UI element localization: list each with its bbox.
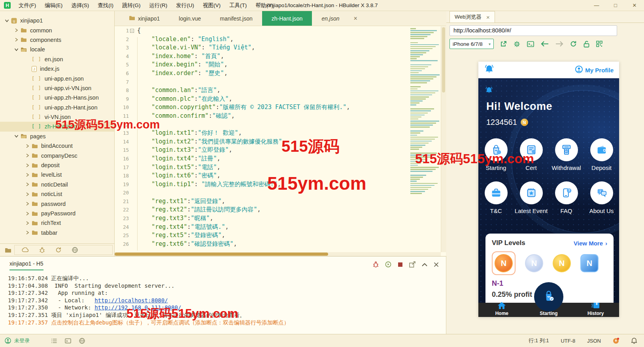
line-number[interactable]: 15 — [115, 146, 129, 155]
line-number[interactable]: 26 — [115, 240, 129, 249]
console-collapse-icon[interactable] — [422, 263, 427, 266]
tree-item-noticList[interactable]: noticList — [0, 189, 114, 199]
vip-badge-selected-box[interactable]: N — [492, 251, 516, 275]
chevron-right-icon[interactable] — [25, 230, 30, 235]
line-number[interactable]: 21 — [115, 197, 129, 206]
code-line[interactable]: 1−{ — [115, 26, 446, 35]
refresh-icon[interactable] — [55, 247, 62, 253]
minimap[interactable] — [410, 28, 440, 197]
browser-tab[interactable]: Web浏览器 × — [449, 11, 495, 23]
code-line[interactable]: 2 "locale.en": "English", — [115, 35, 446, 44]
quick-action-FAQ[interactable]: ?FAQ — [549, 181, 584, 214]
popout-icon[interactable] — [500, 41, 507, 47]
editor-tab-zh-Hant-json[interactable]: zh-Hant.json — [262, 11, 312, 26]
notification-bell-icon[interactable] — [631, 338, 637, 344]
my-profile-button[interactable]: My Profile — [575, 66, 614, 74]
line-number[interactable]: 9 — [115, 95, 129, 104]
line-number[interactable]: 2 — [115, 35, 129, 44]
line-number[interactable]: 6 — [115, 69, 129, 78]
line-number[interactable]: 4 — [115, 52, 129, 61]
code-line[interactable]: 22 "reg.txt2":"請註冊以訪問更多內容", — [115, 206, 446, 214]
editor-tab-xinjiapo1[interactable]: xinjiapo1 — [119, 11, 169, 26]
console-icon[interactable] — [527, 41, 534, 47]
tree-item-index-js[interactable]: Jindex.js — [0, 64, 114, 74]
line-number[interactable]: 25 — [115, 231, 129, 240]
chevron-down-icon[interactable] — [4, 19, 10, 23]
tree-item-payPassword[interactable]: payPassword — [0, 209, 114, 218]
encoding[interactable]: UTF-8 — [561, 338, 575, 344]
tree-item-richText[interactable]: richText — [0, 218, 114, 228]
minimize-button[interactable]: — — [587, 0, 606, 11]
tree-item-uni-app-zh-Hans-json[interactable]: [ ]uni-app.zh-Hans.json — [0, 93, 114, 102]
line-number[interactable]: 18 — [115, 172, 129, 180]
code-line[interactable]: 7 — [115, 78, 446, 87]
code-line[interactable]: 10 "common.copyright":"版權所有 © 2023 FACTS… — [115, 103, 446, 112]
starting-center-button[interactable] — [534, 282, 563, 311]
code-line[interactable]: 8 "common.lan":"語言", — [115, 86, 446, 95]
editor-tab-manifest-json[interactable]: manifest.json — [210, 11, 262, 26]
editor-tab-login-vue[interactable]: login.vue — [169, 11, 210, 26]
line-number[interactable]: 1 — [115, 26, 129, 35]
console-export-icon[interactable] — [409, 261, 415, 268]
tree-item-pages[interactable]: pages — [0, 132, 114, 141]
console-close-icon[interactable] — [434, 262, 439, 267]
vip-badge-silver[interactable]: N — [525, 254, 543, 272]
menu-item[interactable]: 跳转(G) — [118, 0, 145, 11]
url-input[interactable]: http://localhost:8080/#/ — [449, 25, 617, 36]
line-number[interactable]: 20 — [115, 189, 129, 197]
chevron-right-icon[interactable] — [13, 38, 19, 42]
code-line[interactable]: 6 "index.order": "歷史", — [115, 69, 446, 78]
debug-icon[interactable] — [39, 247, 45, 253]
code-line[interactable]: 11 "common.confirm":"確認", — [115, 112, 446, 121]
nav-item-home[interactable]: Home — [478, 303, 525, 317]
tree-item-uni-app-en-json[interactable]: [ ]uni-app.en.json — [0, 74, 114, 83]
tree-item-noticDetail[interactable]: noticDetail — [0, 180, 114, 189]
chevron-right-icon[interactable] — [25, 173, 30, 177]
unlock-icon[interactable] — [584, 41, 589, 47]
tree-item-uni-app-zh-Hant-json[interactable]: [ ]uni-app.zh-Hant.json — [0, 103, 114, 112]
fold-marker-icon[interactable]: − — [129, 26, 135, 35]
menu-item[interactable]: 查找(I) — [93, 0, 118, 11]
tree-item-xinjiapo1[interactable]: uxinjiapo1 — [0, 16, 114, 25]
scrollbar-thumb[interactable] — [115, 253, 328, 256]
refresh-icon[interactable] — [570, 41, 577, 47]
chevron-right-icon[interactable] — [25, 153, 30, 158]
forward-icon[interactable] — [555, 41, 563, 47]
tree-item-locale[interactable]: locale — [0, 45, 114, 54]
menu-item[interactable]: 文件(F) — [14, 0, 40, 11]
chevron-right-icon[interactable] — [25, 202, 30, 206]
code-line[interactable]: 26 "reg.txt6":"確認登錄密碼", — [115, 240, 446, 249]
vip-badge-diamond[interactable]: N — [580, 254, 599, 272]
code-line[interactable]: 17 "login.txt5":"電話", — [115, 163, 446, 172]
code-line[interactable]: 4 "index.home": "首頁", — [115, 52, 446, 61]
quick-action-Deposit[interactable]: Deposit — [584, 138, 619, 171]
line-number[interactable]: 14 — [115, 138, 129, 146]
tree-item-companyDesc[interactable]: companyDesc — [0, 151, 114, 160]
tree-item-uni-app-vi-VN-json[interactable]: [ ]uni-app.vi-VN.json — [0, 83, 114, 93]
tree-item-password[interactable]: password — [0, 199, 114, 208]
line-number[interactable]: 16 — [115, 155, 129, 163]
line-number[interactable]: 19 — [115, 180, 129, 189]
quick-action-T-C[interactable]: T&C — [478, 181, 514, 214]
code-line[interactable]: 24 "reg.txt4":"電話號碼.", — [115, 223, 446, 232]
console-restart-icon[interactable] — [385, 261, 391, 268]
code-line[interactable]: 23 "reg.txt3":"昵稱", — [115, 214, 446, 223]
line-number[interactable]: 7 — [115, 78, 129, 87]
menu-item[interactable]: 工具(T) — [225, 0, 251, 11]
update-icon[interactable] — [613, 338, 619, 344]
quick-action-Withdrawal[interactable]: $Withdrawal — [549, 138, 584, 171]
console-stop-icon[interactable] — [398, 262, 403, 267]
code-line[interactable]: 21 "reg.txt1":"返回登錄", — [115, 197, 446, 206]
cloud-icon[interactable] — [22, 247, 29, 253]
login-status[interactable]: 未登录 — [14, 337, 30, 344]
line-number[interactable]: 3 — [115, 43, 129, 52]
tree-item-levelList[interactable]: levelList — [0, 170, 114, 179]
chevron-right-icon[interactable] — [25, 144, 30, 148]
tree-item-bindAccount[interactable]: bindAccount — [0, 141, 114, 151]
log-link[interactable]: http://localhost:8080/ — [94, 297, 168, 304]
menu-item[interactable]: 视图(V) — [198, 0, 225, 11]
qrcode-icon[interactable] — [596, 41, 602, 47]
terminal-icon[interactable] — [65, 338, 71, 343]
maximize-button[interactable]: □ — [606, 0, 625, 11]
line-number[interactable]: 8 — [115, 86, 129, 95]
